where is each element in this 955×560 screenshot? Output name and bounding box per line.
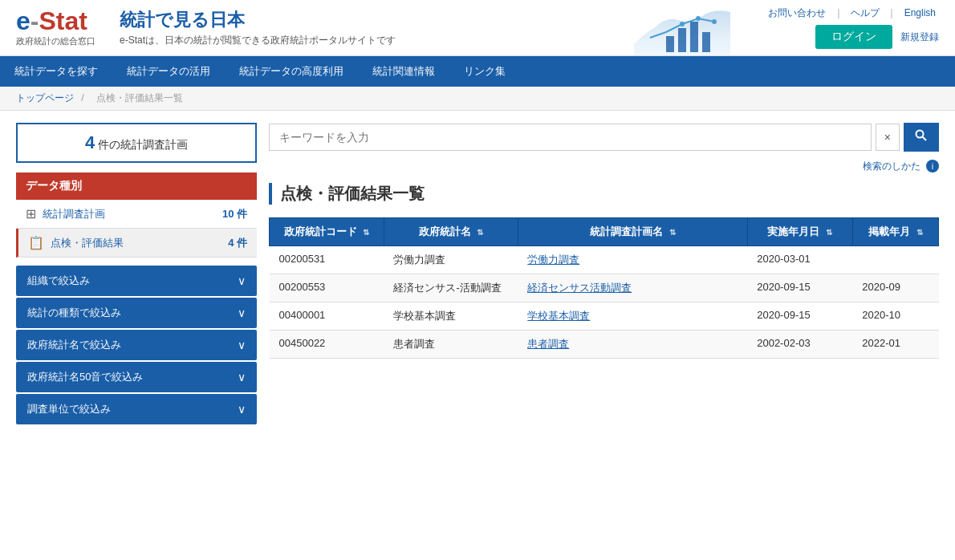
table-body: 00200531労働力調査労働力調査2020-03-0100200553経済セン… xyxy=(270,246,939,359)
header-links: お問い合わせ ｜ ヘルプ ｜ English xyxy=(765,6,939,20)
search-icon xyxy=(915,129,928,142)
sort-icon-plan: ⇅ xyxy=(669,228,676,237)
plan-name-link[interactable]: 経済センサス活動調査 xyxy=(527,282,632,294)
cell-date: 2020-03-01 xyxy=(747,246,852,274)
plan-name-link[interactable]: 患者調査 xyxy=(527,338,569,350)
cell-plan-name: 学校基本調査 xyxy=(518,302,747,331)
col-header-code[interactable]: 政府統計コード ⇅ xyxy=(270,218,384,246)
sort-icon-date: ⇅ xyxy=(826,228,832,237)
svg-point-7 xyxy=(916,131,924,138)
logo-e-text: e xyxy=(16,6,30,35)
login-button[interactable]: ログイン xyxy=(815,25,892,49)
main-container: 4 件の統計調査計画 データ種別 ⊞ 統計調査計画 10 件 📋 点検・評価結果… xyxy=(0,111,955,438)
cell-gov-name: 患者調査 xyxy=(384,331,518,359)
col-header-name[interactable]: 政府統計名 ⇅ xyxy=(384,218,518,246)
main-navigation: 統計データを探す 統計データの活用 統計データの高度利用 統計関連情報 リンク集 xyxy=(0,56,955,87)
chevron-down-icon-2: ∨ xyxy=(238,306,246,319)
site-title: 統計で見る日本 xyxy=(120,8,396,32)
col-header-date[interactable]: 実施年月日 ⇅ xyxy=(747,218,852,246)
contact-link[interactable]: お問い合わせ xyxy=(768,7,826,18)
col-code-label: 政府統計コード xyxy=(284,225,357,237)
search-help-link[interactable]: 検索のしかた xyxy=(863,160,920,172)
count-number: 4 xyxy=(85,132,95,152)
sidebar-item-inspection[interactable]: 📋 点検・評価結果 4 件 xyxy=(16,229,257,258)
cell-pub: 2022-01 xyxy=(852,331,938,359)
logo-area: e-Stat 政府統計の総合窓口 xyxy=(16,8,96,47)
filter-type[interactable]: 統計の種類で絞込み ∨ xyxy=(16,298,257,328)
document-icon: 📋 xyxy=(28,235,44,250)
svg-point-4 xyxy=(680,22,685,26)
breadcrumb-separator: / xyxy=(81,92,87,103)
svg-rect-2 xyxy=(690,22,698,52)
logo-stat-text: Stat xyxy=(39,6,87,35)
filter-gov-name[interactable]: 政府統計名で絞込み ∨ xyxy=(16,330,257,360)
col-header-plan[interactable]: 統計調査計画名 ⇅ xyxy=(518,218,747,246)
logo-dash-text: - xyxy=(30,6,39,35)
sort-icon-code: ⇅ xyxy=(363,228,369,237)
filter-section: 組織で絞込み ∨ 統計の種類で絞込み ∨ 政府統計名で絞込み ∨ 政府統計名50… xyxy=(16,266,257,424)
filter-gov-name-label: 政府統計名で絞込み xyxy=(27,338,121,352)
search-submit-button[interactable] xyxy=(904,123,939,152)
cell-plan-name: 経済センサス活動調査 xyxy=(518,274,747,302)
logo: e-Stat xyxy=(16,8,87,34)
search-clear-button[interactable]: × xyxy=(876,124,900,151)
cell-date: 2020-09-15 xyxy=(747,274,852,302)
col-plan-label: 統計調査計画名 xyxy=(590,225,663,237)
english-link[interactable]: English xyxy=(904,7,936,18)
search-bar: × xyxy=(269,123,939,152)
cell-code: 00400001 xyxy=(270,302,384,331)
info-icon: i xyxy=(926,160,939,172)
search-help: 検索のしかた i xyxy=(269,160,939,173)
filter-survey-unit[interactable]: 調査単位で絞込み ∨ xyxy=(16,394,257,424)
nav-item-advanced[interactable]: 統計データの高度利用 xyxy=(225,56,358,87)
grid-icon: ⊞ xyxy=(26,206,36,221)
cell-gov-name: 労働力調査 xyxy=(384,246,518,274)
table-row: 00450022患者調査患者調査2002-02-032022-01 xyxy=(270,331,939,359)
svg-rect-1 xyxy=(678,28,686,52)
search-input[interactable] xyxy=(269,124,872,151)
site-subtitle: e-Statは、日本の統計が閲覧できる政府統計ポータルサイトです xyxy=(120,34,396,47)
nav-item-related[interactable]: 統計関連情報 xyxy=(358,56,449,87)
sidebar-survey-plan-label: 統計調査計画 xyxy=(43,207,222,221)
table-header-row: 政府統計コード ⇅ 政府統計名 ⇅ 統計調査計画名 ⇅ 実施年月日 ⇅ xyxy=(270,218,939,246)
svg-line-8 xyxy=(923,137,927,141)
cell-pub xyxy=(852,246,938,274)
chevron-down-icon-3: ∨ xyxy=(238,339,246,351)
breadcrumb: トップページ / 点検・評価結果一覧 xyxy=(0,87,955,111)
cell-pub: 2020-10 xyxy=(852,302,938,331)
cell-pub: 2020-09 xyxy=(852,274,938,302)
count-box: 4 件の統計調査計画 xyxy=(16,123,257,163)
col-date-label: 実施年月日 xyxy=(767,225,819,237)
col-pub-label: 掲載年月 xyxy=(868,225,910,237)
cell-code: 00200553 xyxy=(270,274,384,302)
filter-organization[interactable]: 組織で絞込み ∨ xyxy=(16,266,257,296)
content-area: × 検索のしかた i 点検・評価結果一覧 政府統計コード ⇅ xyxy=(269,123,939,426)
filter-gov-name-kana[interactable]: 政府統計名50音で絞込み ∨ xyxy=(16,362,257,392)
col-header-pub[interactable]: 掲載年月 ⇅ xyxy=(852,218,938,246)
register-link[interactable]: 新規登録 xyxy=(900,30,939,44)
separator1: ｜ xyxy=(834,7,843,18)
header-actions: ログイン 新規登録 xyxy=(815,25,939,49)
help-link[interactable]: ヘルプ xyxy=(851,7,880,18)
table-row: 00200531労働力調査労働力調査2020-03-01 xyxy=(270,246,939,274)
chevron-down-icon-5: ∨ xyxy=(238,403,246,416)
plan-name-link[interactable]: 学校基本調査 xyxy=(527,310,590,322)
cell-plan-name: 労働力調査 xyxy=(518,246,747,274)
breadcrumb-home[interactable]: トップページ xyxy=(16,92,74,103)
table-row: 00200553経済センサス-活動調査経済センサス活動調査2020-09-152… xyxy=(270,274,939,302)
nav-item-utilization[interactable]: 統計データの活用 xyxy=(112,56,225,87)
cell-date: 2020-09-15 xyxy=(747,302,852,331)
sidebar-item-survey-plan[interactable]: ⊞ 統計調査計画 10 件 xyxy=(16,200,257,229)
table-row: 00400001学校基本調査学校基本調査2020-09-152020-10 xyxy=(270,302,939,331)
sidebar: 4 件の統計調査計画 データ種別 ⊞ 統計調査計画 10 件 📋 点検・評価結果… xyxy=(16,123,257,426)
cell-gov-name: 経済センサス-活動調査 xyxy=(384,274,518,302)
header-chart-decoration xyxy=(634,4,730,56)
nav-item-search[interactable]: 統計データを探す xyxy=(0,56,112,87)
filter-gov-name-kana-label: 政府統計名50音で絞込み xyxy=(27,370,143,384)
sort-icon-name: ⇅ xyxy=(477,228,483,237)
svg-rect-3 xyxy=(702,32,710,52)
nav-item-links[interactable]: リンク集 xyxy=(449,56,520,87)
plan-name-link[interactable]: 労働力調査 xyxy=(527,254,579,266)
header-right: お問い合わせ ｜ ヘルプ ｜ English ログイン 新規登録 xyxy=(765,6,939,49)
chevron-down-icon: ∨ xyxy=(238,274,246,287)
